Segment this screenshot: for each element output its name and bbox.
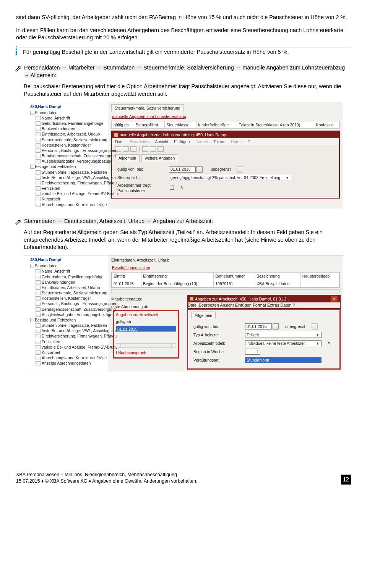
tree-item[interactable]: Kurzarbeit	[36, 196, 108, 202]
tree-item[interactable]: Kurzarbeit	[36, 350, 108, 355]
col-header[interactable]: Eintritt	[112, 273, 141, 280]
col-header[interactable]: Faktor in Steuerklasse 4 (ab 2010)	[237, 121, 314, 128]
calendar-icon[interactable]	[273, 323, 279, 330]
tree-item[interactable]: Anzeige Abrechnungsdaten	[36, 360, 108, 366]
table-cell[interactable]: Beginn der Beschäftigung (10)	[141, 280, 214, 287]
nav-tree-2[interactable]: 450,Hans Dampf Stammdaten Name, Anschrif…	[24, 255, 108, 372]
col-header[interactable]: Steuerpflicht	[134, 121, 164, 128]
tree-item[interactable]: Steuermerkmale, Sozialversicherung	[36, 290, 108, 296]
calendar-icon[interactable]	[196, 166, 203, 173]
col-header[interactable]: Bezeichnung	[255, 273, 301, 280]
value-gueltig-ab[interactable]: 01.01.2015	[116, 326, 176, 332]
tree-item[interactable]: Eintrittsdaten, Arbeitszeit, Urlaub	[36, 131, 108, 137]
checkbox-pauschalsteuer[interactable]	[170, 186, 174, 190]
panel-scrollbar[interactable]	[116, 343, 176, 348]
tree-group-stammdaten[interactable]: Stammdaten Name, AnschriftGeburtsdaten, …	[30, 110, 108, 164]
tree-item[interactable]: Name, Anschrift	[36, 115, 108, 121]
menu-help[interactable]: ?	[247, 139, 250, 144]
tree-item[interactable]: Stundenlöhne, Tagessätze, Faktoren	[36, 323, 108, 328]
tab-steuermerkmale[interactable]: Steuermerkmale, Sozialversicherung	[111, 104, 184, 111]
chevron-down-icon[interactable]: ▾	[285, 175, 290, 180]
employment-table[interactable]: EintrittEintrittsgrundBetriebsnummerBeze…	[111, 272, 340, 288]
tree-item[interactable]: Personal-, Buchungs-, Erfassungsgrupper	[36, 301, 108, 306]
tree-item[interactable]: Fehlzeiten	[36, 339, 108, 344]
input-gueltig-von[interactable]: 01.01.2015	[169, 166, 196, 173]
input-beginn-woche[interactable]: 1	[245, 349, 260, 355]
input-von[interactable]: 01.01.2015	[245, 323, 272, 330]
select-verguetungsart[interactable]: Stundenlohn▾	[245, 357, 322, 363]
tree-item[interactable]: Eintrittsdaten, Arbeitszeit, Urlaub	[36, 285, 108, 290]
close-icon[interactable]: ✕	[331, 296, 338, 302]
sublink-manuelle-angaben[interactable]: manuelle Angaben zum Lohnsteuerabzug	[108, 111, 343, 120]
tb-save-icon[interactable]	[123, 146, 129, 152]
table-cell[interactable]	[300, 280, 339, 287]
col-header[interactable]: Eintrittsgrund	[141, 273, 214, 280]
menu-extras[interactable]: Extras	[214, 139, 226, 144]
tree-item[interactable]: feste Be- und Abzüge, VWL, Abschlagsza	[36, 328, 108, 333]
tb-print-icon[interactable]	[130, 146, 136, 152]
link-urlaubsanspruch[interactable]: Urlaubsanspruch	[114, 349, 178, 357]
tree-root[interactable]: 450,Hans Dampf	[30, 104, 108, 109]
tree-item[interactable]: Kostenstellen, Kostenträger	[36, 296, 108, 301]
tree-item[interactable]: Abrechnungs- und Korrekturaufträge	[36, 202, 108, 207]
col-header[interactable]: Steuerklasse	[164, 121, 196, 128]
tab-eintrittsdaten[interactable]: Eintrittsdaten, Arbeitszeit, Urlaub	[111, 258, 169, 262]
chevron-down-icon[interactable]: ▾	[315, 341, 320, 346]
tree-item[interactable]: Bankverbindungen	[36, 279, 108, 285]
table-cell[interactable]: 19979161	[214, 280, 255, 287]
tb-copy-icon[interactable]	[150, 146, 156, 152]
sublink-beschaeftigungszeiten[interactable]: Beschäftigungszeiten	[108, 263, 343, 271]
tree-root-2[interactable]: 450,Hans Dampf	[30, 257, 108, 262]
tree-item[interactable]: Stundenlöhne, Tagessätze, Faktoren	[36, 170, 108, 175]
tree-item[interactable]: Direktversicherung, Firmenwagen, Pfändu	[36, 333, 108, 339]
scrollbar-horizontal[interactable]	[111, 289, 340, 294]
menu-bar-2[interactable]: Datei Bearbeiten Ansicht Einfügen Format…	[188, 302, 340, 308]
toolbar[interactable]	[112, 145, 339, 153]
tree-item[interactable]: variable Be- und Abzüge, Fremd-SV-Brutto	[36, 344, 108, 350]
tree-group-bezuege-2[interactable]: Bezüge und Fehlzeiten Stundenlöhne, Tage…	[30, 317, 108, 366]
tree-item[interactable]: Abrechnungs- und Korrekturaufträge	[36, 355, 108, 360]
table-cell[interactable]: XBA Beispieldaten	[255, 280, 301, 287]
chevron-down-icon[interactable]: ▾	[315, 332, 320, 338]
tb-cut-icon[interactable]	[142, 146, 148, 152]
tree-item[interactable]: Geburtsdaten, Familienangehörige	[36, 274, 108, 279]
tree-item[interactable]: Fehlzeiten	[36, 186, 108, 191]
chevron-down-icon[interactable]: ▾	[315, 357, 320, 363]
tree-item[interactable]: Berufsgenossenschaft, Zusatzversorgung	[36, 153, 108, 158]
menu-bar[interactable]: Datei Bearbeiten Ansicht Einfügen Format…	[112, 138, 339, 145]
tree-item[interactable]: Personal-, Buchungs-, Erfassungsgrupper	[36, 148, 108, 153]
tree-group-stammdaten-2[interactable]: Stammdaten Name, AnschriftGeburtsdaten, …	[30, 263, 108, 317]
tree-item[interactable]: Berufsgenossenschaft, Zusatzversorgung	[36, 307, 108, 312]
tree-item[interactable]: Ausgleichsabgabe, Versorgungsbezüge	[36, 158, 108, 164]
tree-item[interactable]: feste Be- und Abzüge, VWL, Abschlagsza	[36, 175, 108, 180]
input-bis[interactable]: unbegrenzt	[284, 323, 311, 330]
tab-weitere-angaben[interactable]: weitere Angaben	[141, 154, 178, 162]
col-header[interactable]: Konfessio	[314, 121, 339, 128]
input-gueltig-bis[interactable]: unbegrenzt	[209, 166, 236, 173]
menu-bearbeiten[interactable]: Bearbeiten	[130, 139, 149, 144]
menu-daten[interactable]: Daten	[231, 139, 242, 144]
tab-allgemein[interactable]: Allgemein	[115, 154, 140, 162]
scroll-left-icon[interactable]	[112, 290, 116, 294]
select-typ-arbeitszeit[interactable]: Teilzeit▾	[245, 332, 322, 338]
tree-item[interactable]: Name, Anschrift	[36, 268, 108, 274]
select-arbeitszeitmodell[interactable]: individuell, keine feste Arbeitszeit▾	[245, 340, 322, 346]
menu-datei[interactable]: Datei	[115, 139, 125, 144]
tab-allgemein-2[interactable]: Allgemein	[191, 312, 216, 319]
tb-paste-icon[interactable]	[158, 146, 164, 152]
tree-item[interactable]: Bankverbindungen	[36, 126, 108, 131]
col-header[interactable]: Betriebsnummer	[214, 273, 255, 280]
tree-group-bezuege[interactable]: Bezüge und Fehlzeiten Stundenlöhne, Tage…	[30, 164, 108, 207]
nav-tree-1[interactable]: 450,Hans Dampf Stammdaten Name, Anschrif…	[24, 102, 108, 209]
select-steuerpflicht[interactable]: geringfügig beschäftigt 2% pauschal, vor…	[169, 175, 291, 181]
col-header[interactable]: gültig ab	[112, 121, 134, 128]
tree-item[interactable]: Kostenstellen, Kostenträger	[36, 142, 108, 148]
table-cell[interactable]: 01.01.2015	[112, 280, 141, 287]
tree-item[interactable]: Steuermerkmale, Sozialversicherung	[36, 137, 108, 142]
tree-item[interactable]: variable Be- und Abzüge, Fremd-SV-Brutto	[36, 191, 108, 196]
scroll-right-icon[interactable]	[335, 290, 339, 294]
menu-einfuegen[interactable]: Einfügen	[174, 139, 190, 144]
menu-ansicht[interactable]: Ansicht	[155, 139, 168, 144]
col-header[interactable]: Hauptarbeitgeb	[300, 273, 339, 280]
tree-item[interactable]: Direktversicherung, Firmenwagen, Pfändu	[36, 180, 108, 186]
